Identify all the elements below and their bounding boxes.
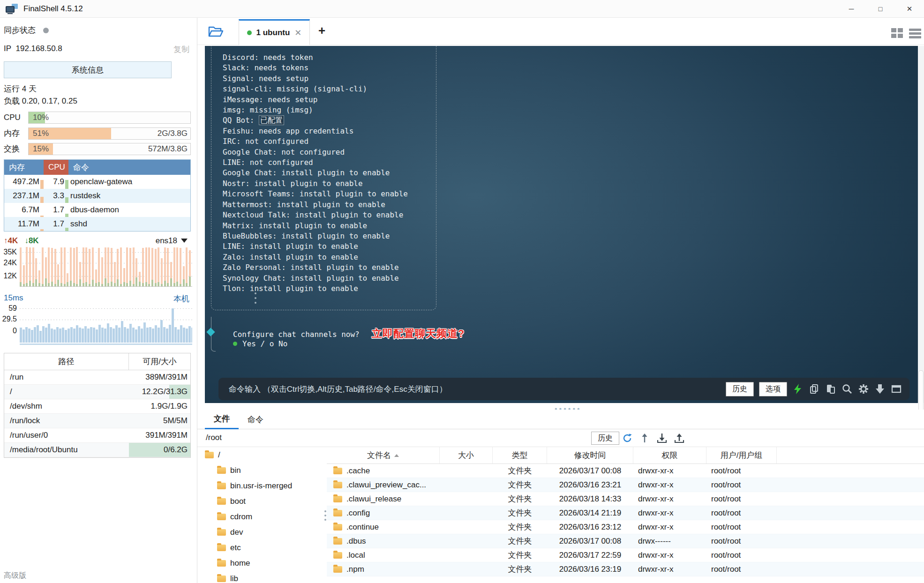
tree-item[interactable]: home: [197, 555, 326, 571]
process-col-header[interactable]: CPU: [44, 160, 68, 175]
file-table: 文件名大小类型修改时间权限用户/用户组 .cache文件夹2026/03/17 …: [327, 447, 924, 583]
tree-item[interactable]: etc: [197, 540, 326, 555]
command-input-hint[interactable]: 命令输入 （双击Ctrl切换,Alt历史,Tab路径/命令,Esc关闭窗口）: [229, 384, 447, 395]
file-row[interactable]: .continue文件夹2026/03/16 23:12drwxr-xr-xro…: [327, 520, 924, 534]
mem-meter: 51% 2G/3.8G: [28, 127, 191, 140]
ping-host-label[interactable]: 本机: [173, 293, 189, 304]
file-row[interactable]: .clawui_preview_cac...文件夹2026/03/16 23:2…: [327, 478, 924, 492]
disk-row[interactable]: /dev/shm1.9G/1.9G: [4, 399, 190, 414]
copy-icon[interactable]: [809, 383, 820, 395]
terminal-lines: Discord: needs tokenSlack: needs tokensS…: [223, 52, 408, 294]
folder-icon: [217, 576, 226, 582]
maximize-button[interactable]: □: [866, 0, 895, 17]
terminal[interactable]: Discord: needs tokenSlack: needs tokensS…: [205, 46, 918, 403]
file-col-header[interactable]: 修改时间: [547, 447, 633, 463]
up-level-icon[interactable]: [639, 433, 650, 444]
interface-selector[interactable]: ens18: [156, 236, 188, 246]
disk-row[interactable]: /run389M/391M: [4, 370, 190, 385]
path-history-button[interactable]: 历史: [591, 432, 619, 445]
window-mode-icon[interactable]: [891, 383, 902, 395]
disk-table-header[interactable]: 路径可用/大小: [4, 353, 190, 370]
file-col-header[interactable]: 大小: [440, 447, 493, 463]
ip-value: 192.168.50.8: [16, 44, 62, 53]
process-row[interactable]: 497.2M7.9openclaw-gatewa: [4, 175, 190, 189]
title-bar: FinalShell 4.5.12 ─ □ ✕: [0, 0, 924, 18]
copy-ip-link[interactable]: 复制: [173, 44, 189, 55]
open-folder-icon[interactable]: [208, 25, 224, 38]
prompt-annotation: 立即配置聊天频道?: [372, 328, 465, 339]
tree-item[interactable]: cdrom: [197, 509, 326, 524]
file-col-header[interactable]: 用户/用户组: [706, 447, 777, 463]
tree-item[interactable]: dev: [197, 524, 326, 540]
menu-icon[interactable]: [909, 29, 921, 40]
download-icon[interactable]: [656, 433, 668, 444]
file-col-header[interactable]: 权限: [633, 447, 706, 463]
file-table-header[interactable]: 文件名大小类型修改时间权限用户/用户组: [327, 447, 924, 464]
file-row[interactable]: .clawui_release文件夹2026/03/18 14:33drwxr-…: [327, 492, 924, 506]
tree-item[interactable]: bin.usr-is-merged: [197, 478, 326, 493]
search-icon[interactable]: [841, 383, 853, 395]
process-col-header[interactable]: 内存: [4, 160, 44, 175]
tree-item[interactable]: bin: [197, 463, 326, 478]
layout-grid-icon[interactable]: [891, 28, 903, 38]
folder-icon: [333, 482, 342, 488]
process-col-header[interactable]: 命令: [68, 160, 190, 175]
ping-latency-label: 15ms: [4, 293, 23, 303]
file-row[interactable]: .npm文件夹2026/03/16 23:19drwxr-xr-xroot/ro…: [327, 562, 924, 576]
terminal-line: IRC: not configured: [223, 136, 408, 147]
disk-col-header[interactable]: 路径: [4, 353, 129, 370]
folder-icon: [217, 483, 226, 489]
terminal-line: Synology Chat: install plugin to enable: [223, 273, 408, 284]
system-info-button[interactable]: 系统信息: [4, 61, 172, 78]
minimize-button[interactable]: ─: [837, 0, 866, 17]
tab-ubuntu[interactable]: 1 ubuntu ✕: [239, 19, 310, 45]
disk-row[interactable]: /12.2G/31.3G: [4, 385, 190, 399]
settings-gear-icon[interactable]: [858, 383, 869, 395]
file-row[interactable]: .config文件夹2026/03/14 21:19drwxr-xr-xroot…: [327, 506, 924, 520]
path-bar: /root 历史: [197, 429, 924, 447]
upload-icon[interactable]: [674, 433, 685, 444]
file-row[interactable]: .local文件夹2026/03/17 22:59drwxr-xr-xroot/…: [327, 548, 924, 562]
disk-row[interactable]: /run/user/0391M/391M: [4, 428, 190, 443]
close-button[interactable]: ✕: [895, 0, 924, 17]
main-area: 1 ubuntu ✕ + Discord: needs tokenSlack: …: [197, 18, 924, 583]
scroll-bottom-icon[interactable]: [874, 383, 886, 395]
tree-item[interactable]: lib: [197, 571, 326, 583]
edition-label: 高级版: [4, 571, 26, 581]
terminal-line: iMessage: needs setup: [223, 95, 408, 105]
disk-row[interactable]: /media/root/Ubuntu0/6.2G: [4, 443, 190, 457]
tab-files[interactable]: 文件: [205, 410, 239, 429]
ip-row: IP 192.168.50.8: [4, 44, 62, 53]
refresh-icon[interactable]: [622, 433, 633, 444]
new-tab-button[interactable]: +: [318, 23, 325, 38]
tree-item[interactable]: /: [197, 447, 326, 463]
disk-col-header[interactable]: 可用/大小: [129, 353, 190, 370]
folder-icon: [217, 545, 226, 551]
process-row[interactable]: 6.7M1.7dbus-daemon: [4, 203, 190, 217]
prompt-answers[interactable]: Yes / o No: [233, 339, 287, 348]
paste-icon[interactable]: [825, 383, 836, 395]
folder-icon: [217, 560, 226, 567]
quick-command-icon[interactable]: [792, 383, 804, 395]
process-row[interactable]: 11.7M1.7sshd: [4, 217, 190, 231]
history-button[interactable]: 历史: [726, 382, 754, 396]
cpu-meter: 10%: [28, 112, 191, 124]
terminal-line: Google Chat: install plugin to enable: [223, 168, 408, 178]
process-row[interactable]: 237.1M3.3rustdesk: [4, 189, 190, 203]
disk-row[interactable]: /run/lock5M/5M: [4, 414, 190, 428]
file-row[interactable]: .dbus文件夹2026/03/17 00:08drwx------root/r…: [327, 534, 924, 548]
terminal-line: imsg: missing (imsg): [223, 105, 408, 115]
tab-commands[interactable]: 命令: [239, 410, 272, 429]
network-chart: [20, 246, 192, 287]
close-tab-icon[interactable]: ✕: [294, 28, 301, 38]
current-path[interactable]: /root: [206, 433, 222, 442]
file-col-header[interactable]: 类型: [493, 447, 547, 463]
process-table-header[interactable]: 内存CPU命令: [4, 160, 190, 175]
tree-splitter-handle[interactable]: [324, 510, 326, 523]
file-panel: 文件 命令 /root 历史 /binbin.usr-is-mergedboot…: [197, 410, 924, 583]
tree-item[interactable]: boot: [197, 493, 326, 509]
file-col-header[interactable]: 文件名: [327, 447, 440, 463]
file-row[interactable]: .cache文件夹2026/03/17 00:08drwxr-xr-xroot/…: [327, 464, 924, 478]
terminal-scrollbar[interactable]: [918, 46, 924, 403]
options-button[interactable]: 选项: [759, 382, 787, 396]
